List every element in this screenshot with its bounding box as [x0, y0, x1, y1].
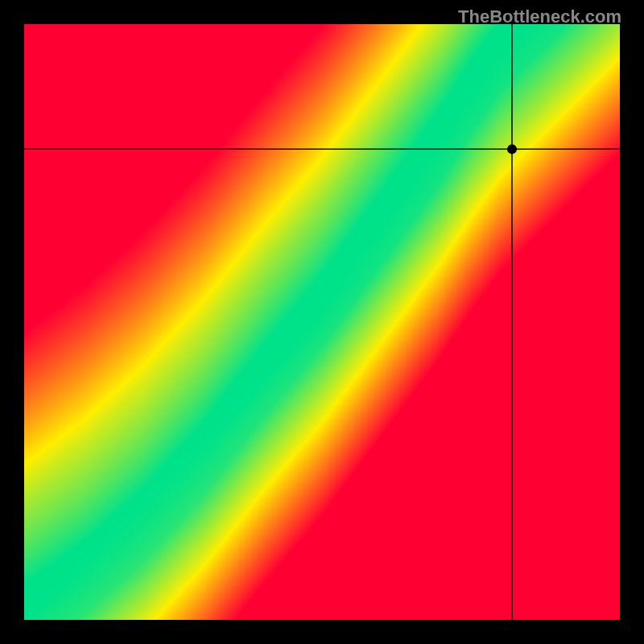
- heatmap-canvas: [24, 24, 620, 620]
- heatmap-plot: [24, 24, 620, 620]
- watermark-text: TheBottleneck.com: [458, 6, 621, 27]
